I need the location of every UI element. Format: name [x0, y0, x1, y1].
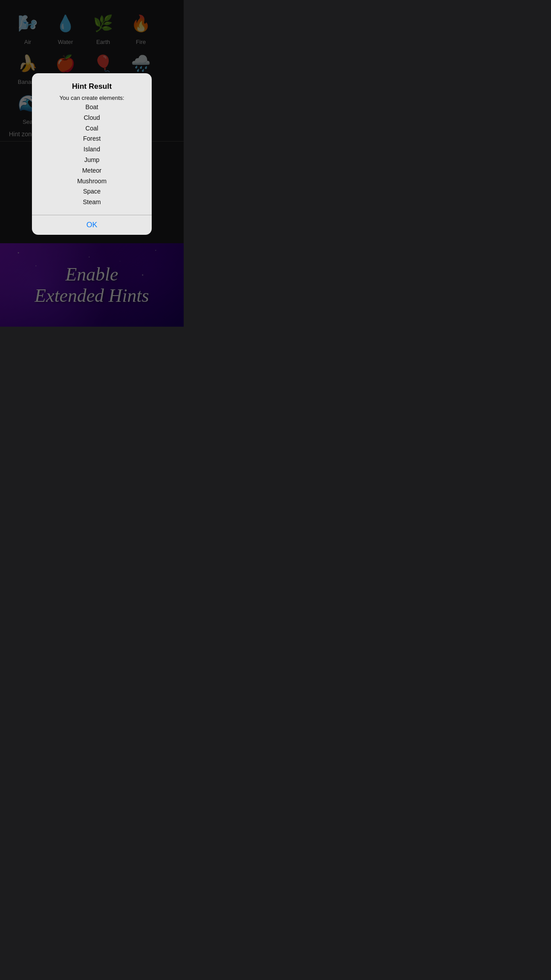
list-item: Meteor: [39, 166, 145, 176]
list-item: Coal: [39, 123, 145, 134]
list-item: Mushroom: [39, 176, 145, 187]
dialog-title: Hint Result: [39, 82, 145, 91]
list-item: Space: [39, 186, 145, 197]
list-item: Cloud: [39, 113, 145, 123]
list-item: Boat: [39, 102, 145, 113]
dialog-items-list: Boat Cloud Coal Forest Island Jump Meteo…: [39, 102, 145, 208]
list-item: Forest: [39, 134, 145, 144]
list-item: Jump: [39, 155, 145, 166]
dialog-ok-button[interactable]: OK: [32, 215, 152, 235]
dialog-subtitle: You can create elements:: [39, 95, 145, 101]
dialog-content: Hint Result You can create elements: Boa…: [32, 73, 152, 215]
hint-result-dialog: Hint Result You can create elements: Boa…: [32, 73, 152, 235]
modal-overlay: Hint Result You can create elements: Boa…: [0, 0, 184, 327]
list-item: Island: [39, 144, 145, 155]
list-item: Steam: [39, 197, 145, 208]
